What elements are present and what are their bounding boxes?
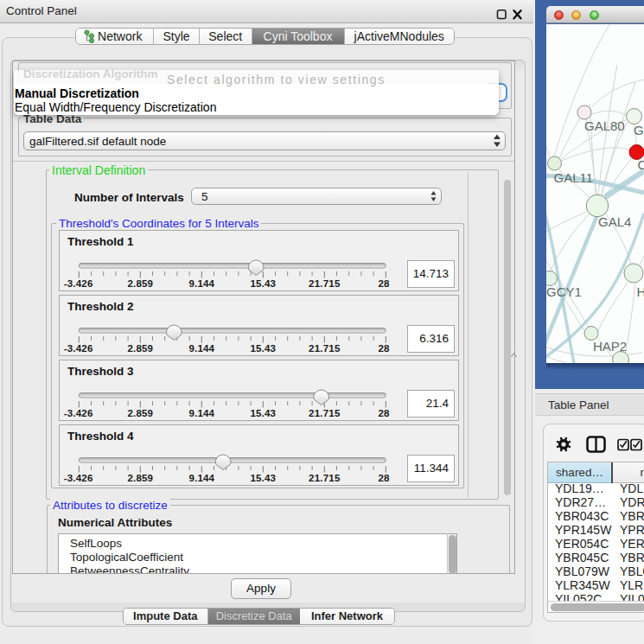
svg-text:21.715: 21.715 bbox=[309, 473, 341, 483]
svg-text:15.43: 15.43 bbox=[250, 343, 276, 354]
svg-text:-3.426: -3.426 bbox=[64, 278, 93, 289]
svg-text:HAP2: HAP2 bbox=[593, 339, 627, 354]
svg-text:21.715: 21.715 bbox=[309, 343, 341, 354]
svg-text:-3.426: -3.426 bbox=[64, 473, 93, 483]
svg-text:-3.426: -3.426 bbox=[64, 408, 93, 418]
svg-text:15.43: 15.43 bbox=[250, 473, 276, 483]
svg-text:2.859: 2.859 bbox=[127, 343, 153, 354]
svg-text:H: H bbox=[637, 284, 644, 299]
svg-text:GAL80: GAL80 bbox=[584, 118, 625, 133]
svg-text:2.859: 2.859 bbox=[127, 278, 153, 289]
svg-text:28: 28 bbox=[378, 278, 390, 289]
svg-text:9.144: 9.144 bbox=[188, 473, 214, 483]
svg-text:-3.426: -3.426 bbox=[64, 343, 93, 354]
svg-text:28: 28 bbox=[378, 408, 390, 418]
svg-text:21.715: 21.715 bbox=[309, 408, 341, 418]
svg-text:GCY1: GCY1 bbox=[546, 284, 582, 299]
svg-text:9.144: 9.144 bbox=[188, 408, 214, 418]
svg-text:28: 28 bbox=[378, 343, 390, 354]
svg-text:2.859: 2.859 bbox=[127, 408, 153, 418]
svg-text:2.859: 2.859 bbox=[127, 473, 153, 483]
svg-text:C: C bbox=[638, 157, 644, 172]
svg-text:21.715: 21.715 bbox=[309, 278, 341, 289]
svg-text:GAL11: GAL11 bbox=[554, 170, 594, 185]
svg-text:15.43: 15.43 bbox=[250, 408, 276, 418]
svg-text:15.43: 15.43 bbox=[250, 278, 276, 289]
svg-text:GAL4: GAL4 bbox=[598, 214, 631, 229]
svg-text:9.144: 9.144 bbox=[188, 343, 214, 354]
svg-text:28: 28 bbox=[378, 473, 390, 483]
svg-text:GA: GA bbox=[634, 123, 644, 137]
svg-text:9.144: 9.144 bbox=[188, 278, 214, 289]
